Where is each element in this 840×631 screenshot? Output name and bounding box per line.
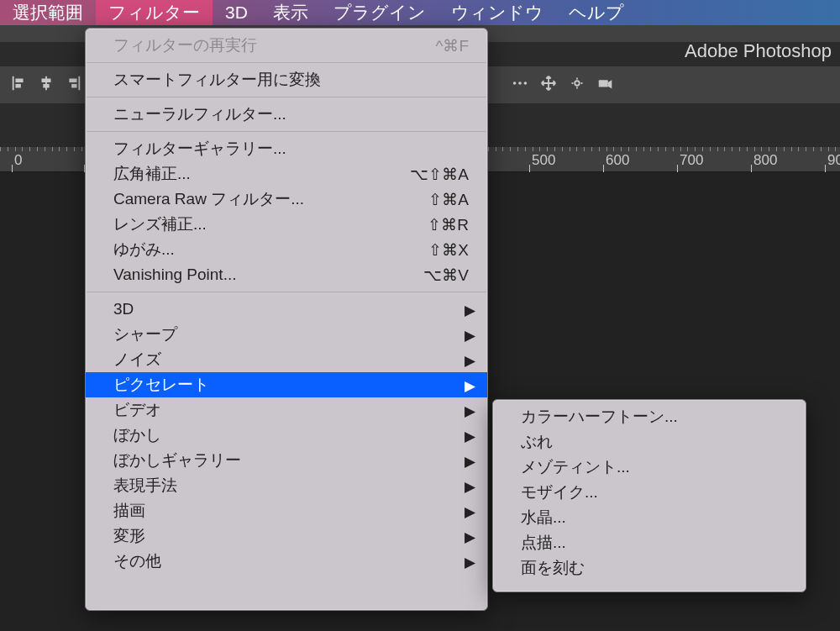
- menuitem-label: スマートフィルター用に変換: [113, 69, 469, 91]
- menuitem-shortcut: ⌥⇧⌘A: [410, 165, 469, 184]
- chevron-right-icon: ▶: [465, 554, 475, 571]
- menuitem-label: ピクセレート: [113, 374, 469, 396]
- svg-rect-2: [15, 84, 20, 88]
- svg-rect-13: [599, 80, 608, 87]
- menubar: 選択範囲フィルター3D表示プラグインウィンドウヘルプ: [0, 0, 840, 25]
- menu-フィルター[interactable]: フィルター: [96, 0, 213, 25]
- svg-point-12: [575, 81, 580, 86]
- menuitem-shortcut: ⇧⌘X: [428, 240, 469, 260]
- menuitem-label: フィルターギャラリー...: [113, 138, 469, 160]
- menuitem-スマートフィルター用に変換[interactable]: スマートフィルター用に変換: [86, 67, 487, 92]
- menuitem-label: シャープ: [113, 323, 469, 345]
- submenuitem-モザイク...[interactable]: モザイク...: [493, 480, 806, 505]
- menuitem-label: 広角補正...: [113, 163, 393, 185]
- menuitem-label: ぼかし: [113, 424, 469, 446]
- submenuitem-点描...[interactable]: 点描...: [493, 530, 806, 555]
- menu-ヘルプ[interactable]: ヘルプ: [556, 0, 637, 25]
- svg-rect-6: [78, 76, 80, 91]
- submenuitem-label: 点描...: [521, 532, 787, 554]
- svg-rect-8: [71, 84, 76, 88]
- menuitem-フィルターギャラリー...[interactable]: フィルターギャラリー...: [86, 136, 487, 161]
- menuitem-label: 描画: [113, 500, 469, 522]
- menuitem-変形[interactable]: 変形▶: [86, 523, 487, 549]
- menuitem-ピクセレート[interactable]: ピクセレート▶: [86, 372, 487, 397]
- menu-3D[interactable]: 3D: [213, 0, 260, 25]
- svg-point-9: [513, 82, 517, 85]
- menuitem-シャープ[interactable]: シャープ▶: [86, 322, 487, 347]
- chevron-right-icon: ▶: [465, 503, 475, 521]
- svg-rect-0: [13, 76, 14, 91]
- menuitem-label: その他: [113, 550, 469, 572]
- menuitem-Vanishing Point...[interactable]: Vanishing Point...⌥⌘V: [86, 262, 487, 287]
- menu-ウィンドウ[interactable]: ウィンドウ: [438, 0, 556, 25]
- menuitem-ノイズ[interactable]: ノイズ▶: [86, 347, 487, 372]
- menuitem-フィルターの再実行: フィルターの再実行^⌘F: [86, 33, 487, 58]
- submenuitem-label: 水晶...: [521, 507, 787, 528]
- pixelate-submenu: カラーハーフトーン...ぶれメゾティント...モザイク...水晶...点描...…: [492, 399, 806, 592]
- align-right-icon[interactable]: [64, 74, 86, 96]
- svg-rect-1: [15, 79, 23, 83]
- svg-rect-7: [69, 79, 76, 83]
- svg-point-11: [524, 82, 528, 85]
- menuitem-shortcut: ⇧⌘A: [428, 190, 469, 209]
- submenuitem-面を刻む[interactable]: 面を刻む: [493, 555, 806, 581]
- menuitem-label: Vanishing Point...: [113, 266, 407, 284]
- submenuitem-メゾティント...[interactable]: メゾティント...: [493, 455, 806, 480]
- menuitem-ぼかしギャラリー[interactable]: ぼかしギャラリー▶: [86, 448, 487, 473]
- menuitem-label: ビデオ: [113, 399, 469, 421]
- menu-プラグイン[interactable]: プラグイン: [321, 0, 438, 25]
- menuitem-label: ノイズ: [113, 349, 469, 371]
- camera-icon[interactable]: [596, 74, 618, 96]
- transform-icon[interactable]: [568, 74, 590, 96]
- chevron-right-icon: ▶: [465, 402, 475, 420]
- svg-rect-5: [43, 84, 49, 88]
- menuitem-label: 3D: [113, 300, 469, 318]
- chevron-right-icon: ▶: [465, 528, 475, 546]
- menuitem-shortcut: ⇧⌘R: [428, 215, 469, 234]
- chevron-right-icon: ▶: [465, 327, 475, 344]
- chevron-right-icon: ▶: [465, 352, 475, 370]
- svg-rect-3: [45, 76, 47, 91]
- menuitem-ニューラルフィルター...[interactable]: ニューラルフィルター...: [86, 102, 487, 127]
- filter-menu: フィルターの再実行^⌘Fスマートフィルター用に変換ニューラルフィルター...フィ…: [85, 28, 488, 611]
- menu-表示[interactable]: 表示: [260, 0, 321, 25]
- submenuitem-カラーハーフトーン...[interactable]: カラーハーフトーン...: [493, 404, 806, 429]
- menuitem-3D[interactable]: 3D▶: [86, 297, 487, 322]
- submenuitem-水晶...[interactable]: 水晶...: [493, 505, 806, 530]
- menuitem-label: レンズ補正...: [113, 213, 411, 235]
- submenuitem-ぶれ[interactable]: ぶれ: [493, 429, 806, 455]
- menuitem-広角補正...[interactable]: 広角補正...⌥⇧⌘A: [86, 161, 487, 187]
- menuitem-ビデオ[interactable]: ビデオ▶: [86, 397, 487, 423]
- menuitem-label: フィルターの再実行: [113, 34, 418, 56]
- menuitem-レンズ補正...[interactable]: レンズ補正...⇧⌘R: [86, 212, 487, 237]
- menuitem-label: 変形: [113, 525, 469, 547]
- chevron-right-icon: ▶: [465, 478, 475, 496]
- align-left-icon[interactable]: [10, 74, 32, 96]
- svg-rect-4: [42, 79, 51, 83]
- submenuitem-label: 面を刻む: [521, 557, 787, 579]
- move-icon[interactable]: [539, 74, 561, 96]
- menuitem-shortcut: ^⌘F: [435, 36, 469, 55]
- menuitem-ぼかし[interactable]: ぼかし▶: [86, 423, 487, 448]
- menuitem-ゆがみ...[interactable]: ゆがみ...⇧⌘X: [86, 237, 487, 262]
- menuitem-label: ニューラルフィルター...: [113, 103, 469, 125]
- menuitem-表現手法[interactable]: 表現手法▶: [86, 473, 487, 498]
- menuitem-label: Camera Raw フィルター...: [113, 188, 412, 210]
- menu-選択範囲[interactable]: 選択範囲: [0, 0, 96, 25]
- submenuitem-label: モザイク...: [521, 481, 787, 503]
- menuitem-Camera Raw フィルター...[interactable]: Camera Raw フィルター...⇧⌘A: [86, 187, 487, 212]
- align-center-icon[interactable]: [37, 74, 59, 96]
- chevron-right-icon: ▶: [465, 453, 475, 471]
- menuitem-label: ぼかしギャラリー: [113, 450, 469, 471]
- three-dots-icon[interactable]: [511, 74, 533, 96]
- app-title: Adobe Photoshop: [685, 40, 832, 62]
- chevron-right-icon: ▶: [465, 302, 475, 319]
- menuitem-shortcut: ⌥⌘V: [423, 266, 469, 285]
- menuitem-label: ゆがみ...: [113, 239, 412, 260]
- menuitem-label: 表現手法: [113, 475, 469, 497]
- submenuitem-label: ぶれ: [521, 431, 787, 453]
- menuitem-描画[interactable]: 描画▶: [86, 498, 487, 523]
- menuitem-その他[interactable]: その他▶: [86, 549, 487, 574]
- svg-point-10: [518, 82, 522, 85]
- chevron-right-icon: ▶: [465, 428, 475, 445]
